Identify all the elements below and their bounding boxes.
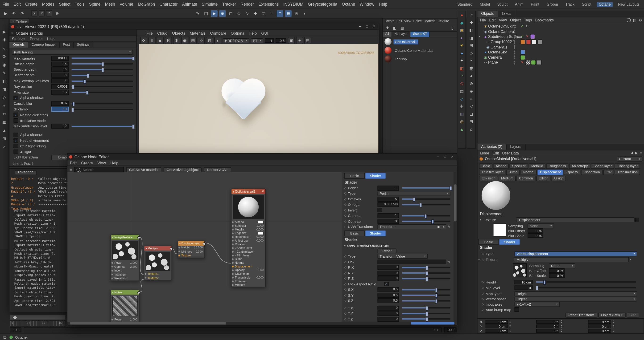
tab-basic[interactable]: Basic <box>344 173 365 178</box>
menu-item[interactable]: Modes <box>42 2 54 6</box>
param-value-field[interactable]: 16. <box>52 61 68 66</box>
power-field[interactable]: 1. <box>378 185 399 190</box>
object-tool-icon[interactable]: ≡ <box>468 96 474 102</box>
menu-item[interactable]: Edit <box>70 161 77 165</box>
collapse-caret[interactable]: ▾ <box>480 218 484 221</box>
input-pin[interactable] <box>112 262 113 264</box>
lv-tool-icon[interactable]: ⟳ <box>140 37 147 44</box>
section-pill[interactable]: Displacement <box>538 170 563 175</box>
status-list-icon[interactable]: ▤ <box>3 335 7 339</box>
object-tag-cross-red[interactable] <box>520 60 524 64</box>
tab-shader[interactable]: Shader <box>499 239 520 245</box>
input-pin[interactable] <box>232 277 234 278</box>
param-checkbox[interactable] <box>14 113 18 117</box>
param-slider[interactable] <box>72 69 133 70</box>
object-row[interactable]: ◉ Camera <box>477 55 644 60</box>
material-tool-icon[interactable]: ✚ <box>384 25 390 31</box>
node-port-row[interactable]: Projection <box>111 276 139 280</box>
param-value-field[interactable]: 10. <box>52 107 68 112</box>
object-tag-chip-orange[interactable] <box>520 39 525 44</box>
lv-tool-icon[interactable]: R <box>165 37 172 44</box>
menu-item[interactable]: Cloud <box>157 31 167 35</box>
live-viewer-titlebar[interactable]: Live Viewer 2022.1-[R8] (599 days left) … <box>10 23 379 30</box>
lv-tool-icon[interactable]: ◉ <box>181 37 188 44</box>
tab-basic[interactable]: Basic <box>478 239 499 245</box>
maximize-button[interactable]: □ <box>442 155 448 159</box>
kernel-dropdown[interactable]: PT▾ <box>251 38 263 43</box>
layout-item[interactable]: Anim <box>513 2 526 7</box>
current-frame-field[interactable]: 0 F <box>10 327 22 332</box>
octane-tool-icon[interactable]: ☀ <box>459 42 465 48</box>
input-pin[interactable] <box>232 221 234 223</box>
material-name[interactable]: Octane Comp Material.1 <box>394 48 434 53</box>
param-value-field[interactable]: 8. <box>52 73 68 78</box>
lv-tool-icon[interactable]: ✱ <box>173 37 180 44</box>
color-swatch[interactable] <box>258 220 264 224</box>
stepper[interactable]: ▲▼ <box>509 329 511 333</box>
minimize-button[interactable]: ─ <box>435 155 441 159</box>
object-row[interactable]: ◉ Camera.1 <box>477 44 644 50</box>
panel-tab[interactable]: Objects <box>477 11 498 17</box>
section-pill[interactable]: Specular <box>510 164 528 169</box>
object-tag-chip-blue[interactable] <box>520 50 525 55</box>
node-port-row[interactable]: Edge tint <box>232 231 265 235</box>
octane-tool-icon[interactable]: ◐ <box>459 35 465 41</box>
object-name[interactable]: Subdivision Surface <box>488 35 522 39</box>
object-name[interactable]: Camera.1 <box>490 45 507 49</box>
menu-item[interactable]: GUI <box>261 31 268 35</box>
visibility-dots[interactable] <box>514 24 515 28</box>
scale-field[interactable]: 0 cm <box>588 325 611 328</box>
section-pill[interactable]: Sheen layer <box>591 164 614 169</box>
octane-tool-icon[interactable]: ⊙ <box>459 80 465 86</box>
section-pill[interactable]: Roughness <box>546 164 568 169</box>
object-rel-dropdown[interactable]: Object (Rel)▾ <box>598 313 626 318</box>
menu-item[interactable]: Help <box>110 161 118 165</box>
octane-tool-icon[interactable]: ▤ <box>459 88 465 94</box>
trash-icon[interactable]: ▯ <box>450 25 455 31</box>
menu-item[interactable]: Help <box>379 2 387 6</box>
node-header[interactable]: ▾ OctUniversal1 ✕ <box>232 189 265 194</box>
object-tool-icon[interactable]: ◇ <box>468 50 474 56</box>
section-pill[interactable]: Editor <box>536 176 550 181</box>
menu-item[interactable]: Simulate <box>202 2 218 6</box>
sampling-dropdown[interactable]: None▾ <box>528 223 554 228</box>
section-pill[interactable]: Assign <box>551 176 566 181</box>
octane-tool-icon[interactable]: ▣ <box>459 27 465 33</box>
rotation-field[interactable]: 0 <box>378 276 399 281</box>
axis-toggle[interactable]: Z <box>46 10 52 16</box>
list-icon[interactable]: ≡ <box>640 151 642 155</box>
stepper[interactable]: ▲▼ <box>612 320 614 324</box>
toolbar-icon[interactable]: ∿ <box>244 10 250 17</box>
left-tool-icon[interactable]: ⌂ <box>1 143 8 150</box>
lv-tool-icon[interactable]: ✦ <box>296 37 303 44</box>
left-tool-icon[interactable]: ✂ <box>1 110 8 117</box>
param-slider[interactable] <box>72 86 133 87</box>
node-port-row[interactable]: Opacity1.000 <box>232 268 265 272</box>
menu-item[interactable]: View <box>97 161 106 165</box>
contrast-field[interactable]: 3. <box>378 219 399 224</box>
reset-button[interactable]: Reset <box>378 249 396 253</box>
menu-item[interactable]: Object <box>510 18 521 22</box>
advanced-button[interactable]: Advanced <box>15 170 36 175</box>
object-name[interactable]: OctaneCamera <box>488 29 514 33</box>
section-pill[interactable]: Emission <box>479 176 498 181</box>
input-pin[interactable] <box>112 266 113 267</box>
tab-basic[interactable]: Basic <box>344 230 365 236</box>
visibility-dots[interactable] <box>514 61 515 64</box>
search-icon[interactable] <box>627 18 631 22</box>
left-tool-icon[interactable]: ◉ <box>1 61 8 68</box>
input-pin[interactable] <box>178 251 180 252</box>
section-pill[interactable]: Metallic <box>529 164 545 169</box>
toolbar-icon[interactable]: ▦ <box>285 10 292 17</box>
timeline-scrollbar[interactable] <box>10 315 66 320</box>
node-port-row[interactable]: 1/IOR map <box>232 272 265 276</box>
texture-menu-caret[interactable]: ▾ <box>630 258 632 261</box>
param-slider[interactable] <box>72 75 133 76</box>
rotation-slider[interactable] <box>402 267 450 268</box>
node-port-row[interactable]: Texture <box>178 253 204 257</box>
blur-scale-field[interactable]: 0 % <box>528 233 543 238</box>
layout-item[interactable]: Standard <box>456 2 474 7</box>
stepper[interactable]: ▲▼ <box>612 329 614 333</box>
menu-item[interactable]: Edit <box>396 19 402 23</box>
octaves-slider[interactable] <box>402 198 450 200</box>
